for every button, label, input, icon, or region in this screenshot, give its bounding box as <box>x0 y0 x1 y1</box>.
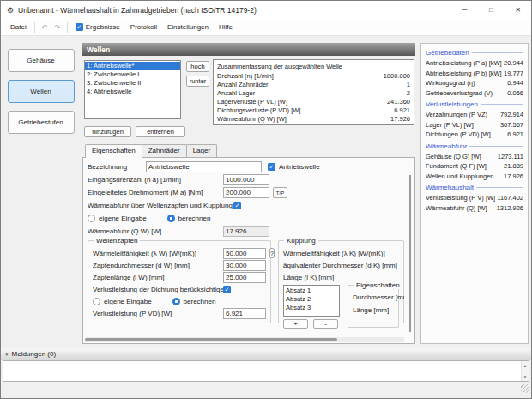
tab-eigenschaften[interactable]: Eigenschaften <box>85 144 142 158</box>
form-row: Bezeichnung ✓ Antriebswelle <box>88 160 404 173</box>
results-section-title: Wärmehaushalt <box>426 182 523 193</box>
list-item[interactable]: 2: Zwischenwelle I <box>85 70 180 79</box>
messages-list: ▲ ▼ <box>3 360 529 382</box>
dichtung-checkbox[interactable]: ✓ <box>223 286 231 293</box>
result-label: Getriebeverlustgrad (V) <box>426 88 493 99</box>
radio-berechnen[interactable] <box>167 215 175 222</box>
zapfenlaenge-input[interactable] <box>223 272 266 283</box>
menu-protokoll[interactable]: Protokoll <box>125 21 162 33</box>
pvd-input[interactable] <box>223 308 266 319</box>
messages-header: Meldungen (0) <box>12 350 57 358</box>
section-title-rule <box>481 104 523 105</box>
scroll-up-icon[interactable]: ▲ <box>523 363 528 368</box>
result-value: 1273.111 <box>498 152 523 162</box>
result-row: Wirkungsgrad (η) 0.944 <box>426 78 523 88</box>
list-item[interactable]: 4: Abtriebswelle <box>85 88 180 96</box>
tab-zahnraeder[interactable]: Zahnräder <box>142 144 187 157</box>
scroll-down-icon[interactable]: ▼ <box>523 374 528 379</box>
zapfendurchmesser-input[interactable] <box>223 260 266 271</box>
leitfaehigkeit-input[interactable] <box>223 248 266 259</box>
radio-eigene-eingabe-dichtung[interactable] <box>93 298 100 305</box>
summary-value: 1000.000 <box>384 72 410 81</box>
result-value: 1312.926 <box>497 203 523 214</box>
summary-row: Anzahl Zahnräder 1 <box>217 81 410 89</box>
radio-eigene-eingabe[interactable] <box>88 215 95 222</box>
menu-ergebnisse-toggle[interactable]: ✓ Ergebnisse <box>70 21 125 33</box>
form-row: Zapfenlänge (l W) [mm] <box>93 271 266 283</box>
move-up-button[interactable]: hoch <box>186 61 209 72</box>
absatz-add-button[interactable]: + <box>283 319 308 329</box>
radio-berechnen-dichtung[interactable] <box>172 298 180 305</box>
result-label: Gehäuse (Q G) [W] <box>426 152 481 162</box>
move-down-button[interactable]: runter <box>186 76 209 87</box>
list-item[interactable]: Absatz 3 <box>286 304 337 312</box>
summary-row: Lagerverluste (P VL) [W] 241.360 <box>217 98 410 106</box>
horizontal-scrollbar-thumb[interactable] <box>85 338 337 341</box>
absatz-remove-button[interactable]: - <box>313 319 338 329</box>
result-value: 17.926 <box>504 172 523 182</box>
result-value: 20.944 <box>504 58 523 69</box>
menu-einstellungen[interactable]: Einstellungen <box>162 21 214 33</box>
eigenschaften-subgroup-title: Eigenschaften <box>354 281 402 289</box>
menu-hilfe[interactable]: Hilfe <box>214 21 238 33</box>
form-row: äquivalenter Durchmesser (d K) [mm] <box>283 259 399 271</box>
sidebar-item-getriebestufen[interactable]: Getriebestufen <box>8 111 75 134</box>
vertical-scrollbar-thumb[interactable] <box>409 175 411 332</box>
resize-grip-icon[interactable] <box>521 384 529 393</box>
section-title-text: Getriebedaten <box>426 49 469 57</box>
result-row: Antriebsleistung (P a) [kW] 20.944 <box>426 58 523 69</box>
result-row: Wellen und Kupplungen ... 17.926 <box>426 172 523 182</box>
minimize-button[interactable]: ─ <box>451 1 478 19</box>
torque-power-toggle-button[interactable]: T/P <box>273 187 287 198</box>
close-button[interactable]: ✕ <box>505 1 531 19</box>
result-label: Antriebsleistung (P a) [kW] <box>426 58 502 69</box>
wellenzapfen-group: Wellenzapfen Wärmeleitfähigkeit (λ W) [W… <box>88 240 271 323</box>
list-item[interactable]: 3: Zwischenwelle II <box>85 79 180 88</box>
list-item[interactable]: 1: Antriebswelle* <box>85 62 180 70</box>
summary-label: Anzahl Zahnräder <box>217 81 269 89</box>
menu-datei[interactable]: Datei <box>5 21 32 33</box>
maximize-button[interactable]: □ <box>478 1 505 19</box>
section-title-rule <box>476 187 523 188</box>
form-row: Länge [mm] <box>353 304 394 317</box>
sidebar-item-wellen[interactable]: Wellen <box>8 80 75 103</box>
result-label: Wirkungsgrad (η) <box>426 78 475 88</box>
remove-shaft-button[interactable]: entfernen <box>136 126 185 137</box>
tab-lager[interactable]: Lager <box>186 144 217 157</box>
result-label: Verlustleistung (P V) [W] <box>426 193 495 203</box>
list-item[interactable]: Absatz 1 <box>286 287 337 295</box>
horizontal-scrollbar[interactable] <box>85 337 404 342</box>
drehmoment-input[interactable] <box>223 187 269 198</box>
help-button[interactable]: ? <box>269 248 275 258</box>
messages-scrollbar[interactable]: ▲ ▼ <box>521 361 529 381</box>
summary-label: Drehzahl (n) [1/min] <box>217 72 274 81</box>
app-icon: ⚙ <box>7 6 14 15</box>
result-value: 21.889 <box>504 161 523 172</box>
sidebar-item-gehaeuse[interactable]: Gehäuse <box>8 49 75 72</box>
antriebswelle-checkbox[interactable]: ✓ <box>268 163 275 171</box>
form-row: eigene Eingabe berechnen <box>88 212 404 225</box>
kupplung-group: Kupplung Wärmeleitfähigkeit (λ K) [W/(mK… <box>278 240 404 323</box>
bezeichnung-input[interactable] <box>146 161 262 172</box>
zapfendurchmesser-label: Zapfendurchmesser (d W) [mm] <box>93 262 223 269</box>
result-value: 0.056 <box>507 88 523 99</box>
list-item[interactable]: Absatz 2 <box>286 295 337 304</box>
waermeabfuhr-checkbox[interactable]: ✓ <box>233 202 241 209</box>
summary-label: Lagerverluste (P VL) [W] <box>217 98 287 106</box>
result-value: 792.914 <box>500 110 523 120</box>
group-boxes: Wellenzapfen Wärmeleitfähigkeit (λ W) [W… <box>88 240 404 323</box>
summary-value: 2 <box>407 89 410 98</box>
messages-expander[interactable]: ▾ Meldungen (0) <box>1 348 531 360</box>
result-value: 1167.402 <box>497 193 523 203</box>
shaft-summary: Zusammenfassung der ausgewählten Welle D… <box>213 59 414 125</box>
menu-ergebnisse-label: Ergebnisse <box>86 23 120 31</box>
shaft-list: 1: Antriebswelle* 2: Zwischenwelle I 3: … <box>84 60 181 119</box>
add-shaft-button[interactable]: hinzufügen <box>84 126 131 137</box>
window-title: Unbenannt - Wärmehaushalt in Zahnradgetr… <box>18 6 451 15</box>
drehzahl-input[interactable] <box>223 174 269 185</box>
summary-row: Drehzahl (n) [1/min] 1000.000 <box>217 72 410 81</box>
undo-icon[interactable]: ↶ <box>38 23 51 32</box>
vertical-scrollbar[interactable] <box>408 173 412 334</box>
form-row: Verlustleistung (P VD) [W] <box>93 307 266 319</box>
redo-icon[interactable]: ↷ <box>51 23 64 32</box>
